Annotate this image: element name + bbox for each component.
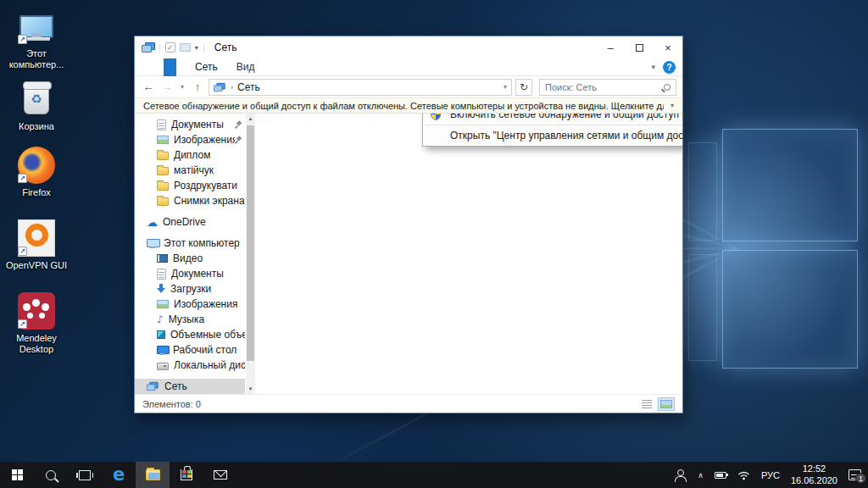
sidebar-item-downloads[interactable]: Загрузки	[135, 281, 245, 297]
notification-chevron-icon[interactable]: ▾	[670, 102, 674, 109]
new-folder-icon[interactable]	[180, 43, 191, 52]
sidebar-item-diplom[interactable]: Диплом	[135, 147, 245, 163]
sidebar-item-screenshots[interactable]: Снимки экрана	[135, 193, 245, 208]
minimize-button[interactable]: –	[596, 36, 625, 58]
sidebar-item-pictures[interactable]: Изображения	[135, 297, 245, 312]
language-indicator[interactable]: РУС	[761, 470, 780, 480]
file-list-area[interactable]	[255, 114, 682, 394]
tab-network[interactable]: Сеть	[195, 61, 218, 73]
breadcrumb-separator: ›	[231, 83, 233, 92]
download-icon	[157, 284, 165, 294]
thumbnail-view-icon	[660, 400, 672, 408]
scroll-down-icon[interactable]: ▾	[246, 384, 255, 394]
people-icon[interactable]	[675, 469, 687, 480]
tab-file[interactable]	[164, 58, 176, 76]
sidebar-item-video[interactable]: Видео	[135, 251, 245, 266]
taskbar-store-button[interactable]	[170, 462, 203, 488]
start-button[interactable]	[0, 462, 34, 488]
desktop-icon-this-pc[interactable]: ↗ Этот компьютер...	[2, 7, 71, 70]
folder-icon	[157, 152, 169, 160]
windows-logo-pane	[688, 142, 717, 241]
search-box[interactable]	[539, 79, 676, 96]
network-window-icon	[142, 42, 154, 53]
sidebar-item-label: Музыка	[169, 313, 204, 325]
menu-item-open-network-center[interactable]: Открыть "Центр управления сетями и общим…	[423, 126, 682, 145]
taskbar: e ∧ РУС 12:52 16.06.2020 1	[0, 462, 868, 488]
maximize-button[interactable]	[625, 36, 654, 58]
store-icon	[181, 469, 192, 480]
document-icon	[157, 119, 166, 130]
sidebar-item-label: Загрузки	[170, 283, 211, 295]
pin-icon	[235, 120, 242, 129]
sidebar-scrollbar[interactable]: ▴ ▾	[246, 114, 255, 394]
qat-dropdown-icon[interactable]: ▾	[195, 44, 198, 52]
desktop-icon-firefox[interactable]: ↗ Firefox	[2, 146, 71, 198]
sidebar-item-desktop[interactable]: Рабочий стол	[135, 342, 245, 358]
back-button[interactable]: ←	[141, 80, 156, 93]
desktop-icon-openvpn[interactable]: ↗ OpenVPN GUI	[2, 219, 71, 271]
task-view-icon	[79, 470, 91, 480]
sidebar-item-label: Роздрукувати	[174, 180, 237, 191]
ribbon-tabs: Сеть Вид ▾ ?	[135, 58, 682, 76]
taskbar-explorer-button[interactable]	[136, 462, 170, 488]
thumbnail-view-button[interactable]	[658, 397, 675, 411]
sidebar-item-documents[interactable]: Документы	[135, 266, 245, 281]
refresh-button[interactable]: ↻	[515, 79, 532, 96]
details-view-button[interactable]	[638, 397, 655, 411]
sidebar-item-pictures-pinned[interactable]: Изображения	[135, 132, 245, 147]
address-bar[interactable]: › Сеть ▾	[209, 79, 512, 96]
folder-icon	[157, 167, 169, 175]
edge-icon: e	[113, 466, 125, 484]
this-pc-icon: ↗	[16, 7, 57, 46]
notification-badge: 1	[855, 473, 866, 484]
help-button[interactable]: ?	[663, 61, 676, 74]
sidebar-item-matiychuk[interactable]: матійчук	[135, 163, 245, 178]
folder-icon	[157, 182, 169, 191]
search-input[interactable]	[545, 82, 664, 92]
sidebar-item-network[interactable]: Сеть	[135, 379, 245, 394]
close-button[interactable]: ×	[654, 36, 682, 58]
expand-ribbon-icon[interactable]: ▾	[651, 63, 655, 71]
sidebar-item-this-pc[interactable]: Этот компьютер	[135, 236, 245, 251]
menu-item-enable-network-discovery[interactable]: Включить сетевое обнаружение и общий дос…	[423, 114, 682, 124]
window-title: Сеть	[214, 42, 237, 53]
sidebar-item-label: Диплом	[174, 149, 210, 161]
desktop-icon-mendeley[interactable]: ↗ Mendeley Desktop	[2, 291, 71, 355]
up-button[interactable]: ↑	[190, 80, 205, 93]
recycle-bin-icon: ♻	[16, 80, 57, 119]
firefox-icon: ↗	[16, 146, 57, 185]
notification-bar[interactable]: Сетевое обнаружение и общий доступ к фай…	[135, 97, 682, 114]
tab-view[interactable]: Вид	[236, 61, 255, 73]
sidebar-item-local-disk[interactable]: Локальный диск	[135, 358, 245, 373]
breadcrumb[interactable]: Сеть	[237, 81, 260, 93]
recent-locations-icon[interactable]: ▾	[178, 83, 186, 91]
properties-icon[interactable]: ✓	[165, 42, 175, 53]
scroll-up-icon[interactable]: ▴	[246, 114, 255, 124]
sidebar-item-onedrive[interactable]: ☁ OneDrive	[135, 214, 245, 230]
battery-icon[interactable]	[715, 472, 726, 479]
forward-button[interactable]: →	[159, 80, 175, 93]
taskbar-edge-button[interactable]: e	[102, 462, 136, 488]
action-center-icon[interactable]: 1	[849, 469, 861, 480]
taskbar-clock[interactable]: 12:52 16.06.2020	[791, 463, 837, 487]
sidebar-item-documents-pinned[interactable]: Документы	[135, 117, 245, 132]
taskbar-mail-button[interactable]	[203, 462, 237, 488]
quick-access-toolbar: | ✓ ▾ | Сеть	[142, 42, 236, 53]
network-location-icon	[214, 82, 225, 91]
task-view-button[interactable]	[68, 462, 102, 488]
sidebar-item-music[interactable]: ♪ Музыка	[135, 312, 245, 327]
shortcut-arrow-icon: ↗	[18, 319, 27, 329]
scrollbar-thumb[interactable]	[247, 125, 254, 361]
sidebar-item-label: Изображения	[174, 134, 235, 146]
sidebar-item-rozdrukuvaty[interactable]: Роздрукувати	[135, 178, 245, 193]
taskbar-search-button[interactable]	[34, 462, 68, 488]
list-view-icon	[642, 400, 652, 408]
explorer-window: | ✓ ▾ | Сеть – × Сеть Вид ▾ ? ← → ▾ ↑ › …	[134, 36, 683, 413]
desktop-icon-recycle-bin[interactable]: ♻ Корзина	[2, 80, 71, 132]
address-dropdown-icon[interactable]: ▾	[504, 83, 507, 91]
sidebar-item-3d-objects[interactable]: Объемные объе	[135, 327, 245, 342]
windows-logo-icon	[12, 469, 23, 480]
hidden-icons-chevron[interactable]: ∧	[698, 471, 704, 480]
wifi-icon[interactable]	[737, 470, 750, 480]
title-bar[interactable]: | ✓ ▾ | Сеть – ×	[135, 36, 682, 58]
